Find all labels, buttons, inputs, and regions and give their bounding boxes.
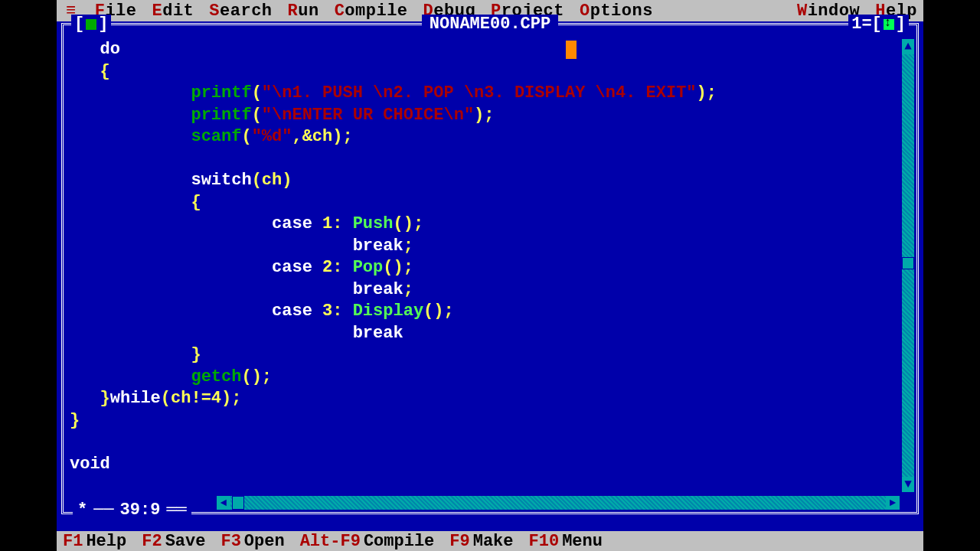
scroll-right-icon[interactable]: ► <box>886 496 900 510</box>
cursor-position: 39:9 <box>120 500 161 520</box>
fkey-help[interactable]: F1Help <box>63 532 126 551</box>
scroll-down-icon[interactable]: ▼ <box>902 477 914 492</box>
app-window: ≡ File Edit Search Run Compile Debug Pro… <box>57 0 923 551</box>
fkey-save[interactable]: F2Save <box>142 532 205 551</box>
horizontal-scrollbar[interactable]: ◄ ► <box>217 496 900 510</box>
maximize-button[interactable]: 1=[] <box>848 15 909 34</box>
close-button[interactable]: [] <box>71 15 111 34</box>
editor-frame: [] NONAME00.CPP 1=[] do { printf("\n1. P… <box>61 23 919 514</box>
fkey-menu[interactable]: F10Menu <box>529 532 603 551</box>
fkey-make[interactable]: F9Make <box>449 532 513 551</box>
vscroll-thumb[interactable] <box>902 257 914 269</box>
function-key-bar: F1Help F2Save F3Open Alt-F9Compile F9Mak… <box>57 531 923 551</box>
vscroll-track[interactable] <box>902 54 914 477</box>
code-editor[interactable]: do { printf("\n1. PUSH \n2. POP \n3. DIS… <box>70 39 900 492</box>
modified-indicator: * <box>77 500 87 520</box>
vertical-scrollbar[interactable]: ▲ ▼ <box>902 39 914 492</box>
hscroll-thumb[interactable] <box>232 496 244 510</box>
fkey-open[interactable]: F3Open <box>220 532 284 551</box>
status-bar: * ── 39:9 ══ <box>73 500 191 520</box>
scroll-left-icon[interactable]: ◄ <box>217 496 230 510</box>
fkey-compile[interactable]: Alt-F9Compile <box>300 532 435 551</box>
window-title: NONAME00.CPP <box>422 15 558 34</box>
close-icon <box>86 19 96 30</box>
scroll-up-icon[interactable]: ▲ <box>902 39 914 54</box>
maximize-icon <box>884 19 894 30</box>
